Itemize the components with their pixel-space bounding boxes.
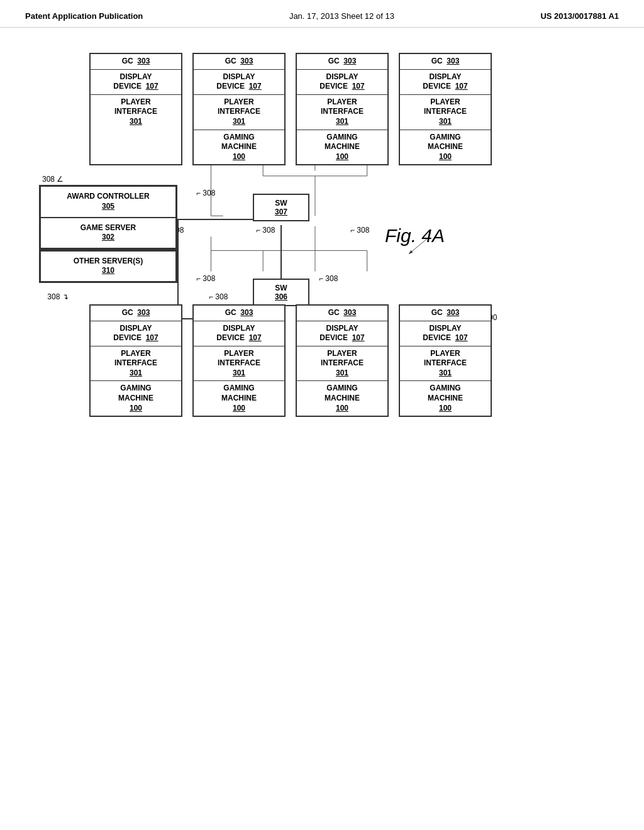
gc-box-t4: GC 303	[400, 54, 491, 70]
award-controller-box: AWARD CONTROLLER305	[40, 186, 176, 217]
line-sw307-sw306	[280, 225, 282, 279]
gc-ref-t1: 303	[137, 57, 150, 65]
player-box-t2: PLAYERINTERFACE301	[194, 95, 284, 130]
gaming-box-b3: GAMINGMACHINE100	[297, 381, 387, 416]
other-servers-inner: OTHER SERVER(S)310	[40, 251, 176, 282]
diagram-container: 308⌐ GC 303 DISPLAYDEVICE 107 PLAYERINTE…	[39, 53, 605, 417]
player-box-b3: PLAYERINTERFACE301	[297, 346, 387, 382]
top-machine-3: GC 303 DISPLAYDEVICE 107 PLAYERINTERFACE…	[296, 53, 389, 165]
gaming-box-b4: GAMINGMACHINE100	[400, 381, 491, 416]
gaming-box-t4: GAMINGMACHINE100	[400, 130, 491, 165]
player-box-b4: PLAYERINTERFACE301	[400, 346, 491, 382]
gc-box-b1: GC 303	[91, 306, 181, 321]
server-group: 308 ∠ AWARD CONTROLLER305 GAME SERVER302…	[39, 175, 177, 283]
player-box-t4: PLAYERINTERFACE301	[400, 95, 491, 130]
label-308-bottom-right: ⌐ 308	[209, 292, 228, 301]
gc-box-t2: GC 303	[194, 54, 284, 70]
sw307-box: SW307	[253, 194, 309, 221]
top-machine-row: GC 303 DISPLAYDEVICE 107 PLAYERINTERFACE…	[89, 53, 605, 165]
gaming-box-t3: GAMINGMACHINE100	[297, 130, 387, 165]
display-box-b2: DISPLAYDEVICE 107	[194, 321, 284, 346]
display-box-b1: DISPLAYDEVICE 107	[91, 321, 181, 346]
page-header: Patent Application Publication Jan. 17, …	[0, 0, 644, 28]
award-game-server-box: AWARD CONTROLLER305 GAME SERVER302	[39, 185, 177, 249]
other-servers-box: OTHER SERVER(S)310	[39, 250, 177, 283]
display-box-t3: DISPLAYDEVICE 107	[297, 70, 387, 95]
gc-box-t3: GC 303	[297, 54, 387, 70]
top-machine-2: GC 303 DISPLAYDEVICE 107 PLAYERINTERFACE…	[192, 53, 286, 165]
bottom-machine-1: GC 303 DISPLAYDEVICE 107 PLAYERINTERFACE…	[89, 304, 182, 417]
line-server-sw307	[177, 219, 253, 220]
label-308-sw306: ⌐ 308	[196, 274, 215, 283]
label-308-sw306-right: ⌐ 308	[319, 274, 338, 283]
gaming-box-t2: GAMINGMACHINE100	[194, 130, 284, 165]
bottom-machine-2: GC 303 DISPLAYDEVICE 107 PLAYERINTERFACE…	[192, 304, 286, 417]
label-308-left: 308 ∠	[42, 175, 177, 184]
player-box-b2: PLAYERINTERFACE301	[194, 346, 284, 382]
display-box-b4: DISPLAYDEVICE 107	[400, 321, 491, 346]
line-server-vertical	[177, 219, 179, 318]
display-box-t4: DISPLAYDEVICE 107	[400, 70, 491, 95]
header-date-sheet: Jan. 17, 2013 Sheet 12 of 13	[289, 11, 394, 21]
label-308-sw307: ⌐ 308	[196, 189, 215, 197]
display-box-t2: DISPLAYDEVICE 107	[194, 70, 284, 95]
gaming-box-b2: GAMINGMACHINE100	[194, 381, 284, 416]
middle-section: 308 ∠ AWARD CONTROLLER305 GAME SERVER302…	[39, 175, 605, 283]
header-patent-number: US 2013/0017881 A1	[540, 11, 619, 21]
player-box-t3: PLAYERINTERFACE301	[297, 95, 387, 130]
gc-box-b3: GC 303	[297, 306, 387, 321]
gc-box-b4: GC 303	[400, 306, 491, 321]
display-box-t1: DISPLAYDEVICE 107	[91, 70, 181, 95]
player-box-t1: PLAYERINTERFACE301	[91, 95, 181, 130]
top-machine-4: GC 303 DISPLAYDEVICE 107 PLAYERINTERFACE…	[399, 53, 492, 165]
fig-label: Fig. 4A	[385, 225, 445, 246]
bottom-machine-4: GC 303 DISPLAYDEVICE 107 PLAYERINTERFACE…	[399, 304, 492, 417]
gc-box-t1: GC 303	[91, 54, 181, 70]
label-308-bottom: 308 ↴ ⌐ 308	[39, 292, 605, 301]
display-box-b3: DISPLAYDEVICE 107	[297, 321, 387, 346]
bottom-machine-row: GC 303 DISPLAYDEVICE 107 PLAYERINTERFACE…	[89, 304, 605, 417]
gc-box-b2: GC 303	[194, 306, 284, 321]
player-box-b1: PLAYERINTERFACE301	[91, 346, 181, 382]
bottom-machine-3: GC 303 DISPLAYDEVICE 107 PLAYERINTERFACE…	[296, 304, 389, 417]
gaming-box-b1: GAMINGMACHINE100	[91, 381, 181, 416]
top-machine-1: GC 303 DISPLAYDEVICE 107 PLAYERINTERFACE…	[89, 53, 182, 165]
header-publication: Patent Application Publication	[25, 11, 143, 21]
game-server-box: GAME SERVER302	[40, 218, 176, 248]
